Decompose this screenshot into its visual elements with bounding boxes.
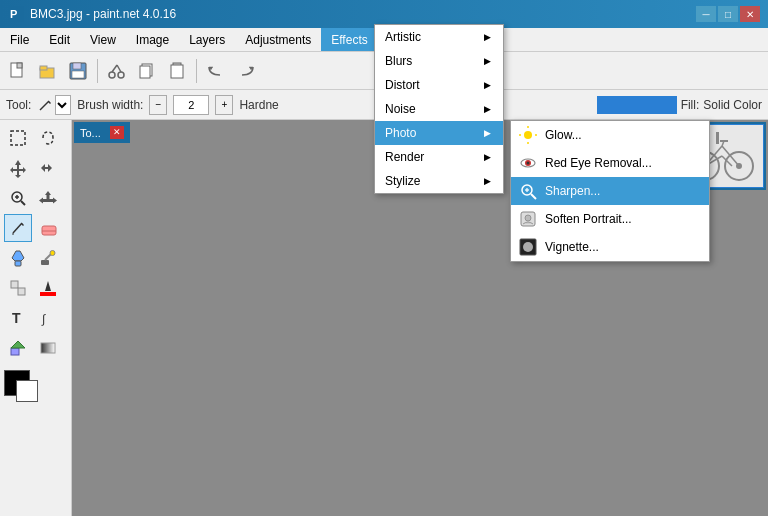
- effects-render-label: Render: [385, 150, 424, 164]
- menu-view[interactable]: View: [80, 28, 126, 51]
- fill-label: Fill:: [681, 98, 700, 112]
- svg-rect-31: [15, 261, 21, 266]
- copy-button[interactable]: [133, 57, 161, 85]
- new-button[interactable]: [4, 57, 32, 85]
- cut-button[interactable]: [103, 57, 131, 85]
- svg-rect-19: [11, 131, 25, 145]
- svg-text:∫: ∫: [41, 312, 46, 326]
- eraser-tool[interactable]: [34, 214, 62, 242]
- brush-width-label: Brush width:: [77, 98, 143, 112]
- paint-bucket-tool[interactable]: [4, 244, 32, 272]
- floating-panel-header: To... ✕: [76, 124, 128, 141]
- svg-line-25: [13, 223, 22, 233]
- effects-menu-distort[interactable]: Distort ▶: [375, 73, 503, 97]
- line-tool[interactable]: ∫: [34, 304, 62, 332]
- background-color[interactable]: [16, 380, 38, 402]
- gradient-tool[interactable]: [34, 334, 62, 362]
- effects-blurs-arrow: ▶: [484, 56, 491, 66]
- brush-width-decrease[interactable]: −: [149, 95, 167, 115]
- menu-layers[interactable]: Layers: [179, 28, 235, 51]
- effects-dropdown: Artistic ▶ Blurs ▶ Distort ▶ Noise ▶ Pho…: [374, 24, 504, 194]
- color-picker-tool[interactable]: [34, 244, 62, 272]
- effects-menu-render[interactable]: Render ▶: [375, 145, 503, 169]
- svg-rect-3: [17, 63, 22, 68]
- svg-line-22: [21, 201, 25, 205]
- svg-rect-40: [11, 348, 19, 355]
- soften-label: Soften Portrait...: [545, 212, 632, 226]
- svg-marker-41: [11, 341, 25, 348]
- brush-width-increase[interactable]: +: [215, 95, 233, 115]
- tool-row-7: T ∫: [4, 304, 67, 332]
- move-selection-tool[interactable]: [34, 154, 62, 182]
- window-controls: ─ □ ✕: [696, 6, 760, 22]
- sharpen-icon: [519, 182, 537, 200]
- text-tool[interactable]: T: [4, 304, 32, 332]
- zoom-tool[interactable]: [4, 184, 32, 212]
- svg-rect-36: [18, 288, 25, 295]
- effects-stylize-arrow: ▶: [484, 176, 491, 186]
- menu-edit[interactable]: Edit: [39, 28, 80, 51]
- red-eye-label: Red Eye Removal...: [545, 156, 652, 170]
- close-button[interactable]: ✕: [740, 6, 760, 22]
- save-button[interactable]: [64, 57, 92, 85]
- photo-submenu-sharpen[interactable]: Sharpen...: [511, 177, 709, 205]
- move-tool[interactable]: [4, 154, 32, 182]
- glow-icon: [519, 126, 537, 144]
- fill-section: Fill: Solid Color: [597, 96, 762, 114]
- photo-submenu-vignette[interactable]: Vignette...: [511, 233, 709, 261]
- menu-effects[interactable]: Effects: [321, 28, 377, 51]
- svg-rect-42: [41, 343, 55, 353]
- sharpen-label: Sharpen...: [545, 184, 600, 198]
- recolor-tool[interactable]: [34, 274, 62, 302]
- svg-point-71: [523, 242, 533, 252]
- left-toolbar: T ∫: [0, 120, 72, 516]
- lasso-select-tool[interactable]: [34, 124, 62, 152]
- svg-rect-37: [40, 292, 56, 296]
- brush-width-input[interactable]: [173, 95, 209, 115]
- effects-menu-noise[interactable]: Noise ▶: [375, 97, 503, 121]
- svg-marker-30: [12, 251, 24, 261]
- open-button[interactable]: [34, 57, 62, 85]
- app-icon: P: [8, 6, 24, 22]
- tool-row-4: [4, 214, 67, 242]
- svg-rect-16: [171, 65, 183, 78]
- svg-point-63: [527, 162, 530, 165]
- photo-submenu-glow[interactable]: Glow...: [511, 121, 709, 149]
- soften-icon: [519, 210, 537, 228]
- photo-submenu-red-eye[interactable]: Red Eye Removal...: [511, 149, 709, 177]
- pencil-icon: [37, 97, 53, 113]
- minimize-button[interactable]: ─: [696, 6, 716, 22]
- pan-tool[interactable]: [34, 184, 62, 212]
- fill-value: Solid Color: [703, 98, 762, 112]
- photo-submenu-soften[interactable]: Soften Portrait...: [511, 205, 709, 233]
- pencil-tool[interactable]: [4, 214, 32, 242]
- undo-button[interactable]: [202, 57, 230, 85]
- paste-button[interactable]: [163, 57, 191, 85]
- maximize-button[interactable]: □: [718, 6, 738, 22]
- effects-menu-photo[interactable]: Photo ▶: [375, 121, 503, 145]
- rect-select-tool[interactable]: [4, 124, 32, 152]
- photo-submenu: Glow... Red Eye Removal... Sharpen...: [510, 120, 710, 262]
- tool-label: Tool:: [6, 98, 31, 112]
- effects-distort-arrow: ▶: [484, 80, 491, 90]
- clone-tool[interactable]: [4, 274, 32, 302]
- menu-file[interactable]: File: [0, 28, 39, 51]
- svg-text:P: P: [10, 8, 17, 20]
- redo-button[interactable]: [232, 57, 260, 85]
- svg-point-56: [524, 131, 532, 139]
- floating-panel-close[interactable]: ✕: [110, 126, 124, 139]
- tool-dropdown[interactable]: ▾: [55, 95, 71, 115]
- effects-menu-blurs[interactable]: Blurs ▶: [375, 49, 503, 73]
- menu-image[interactable]: Image: [126, 28, 179, 51]
- separator-1: [97, 59, 98, 83]
- vignette-label: Vignette...: [545, 240, 599, 254]
- fill-color-bar: [597, 96, 677, 114]
- svg-rect-32: [41, 260, 49, 265]
- shapes-tool[interactable]: [4, 334, 32, 362]
- effects-menu-stylize[interactable]: Stylize ▶: [375, 169, 503, 193]
- effects-menu-artistic[interactable]: Artistic ▶: [375, 25, 503, 49]
- effects-blurs-label: Blurs: [385, 54, 412, 68]
- menu-adjustments[interactable]: Adjustments: [235, 28, 321, 51]
- svg-rect-14: [140, 66, 150, 78]
- effects-noise-label: Noise: [385, 102, 416, 116]
